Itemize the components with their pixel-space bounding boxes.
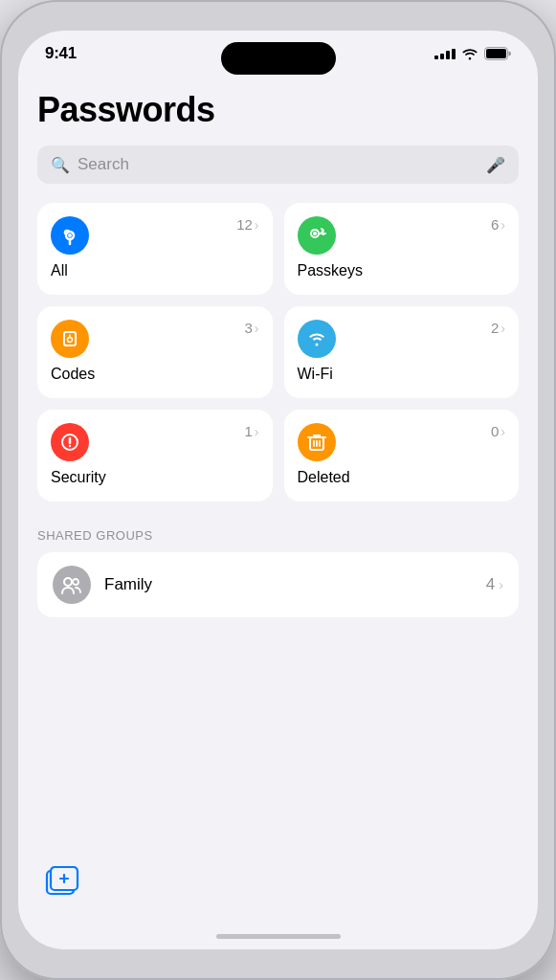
- all-icon: [51, 216, 89, 255]
- family-chevron: ›: [499, 577, 503, 592]
- search-bar[interactable]: 🔍 Search 🎤: [37, 145, 519, 184]
- codes-icon: [51, 320, 89, 358]
- page-title: Passwords: [37, 90, 519, 130]
- svg-point-20: [73, 579, 78, 585]
- svg-point-19: [64, 578, 72, 586]
- category-card-deleted[interactable]: 0 › Deleted: [284, 410, 520, 501]
- codes-count: 3: [244, 320, 252, 336]
- main-content: Passwords 🔍 Search 🎤: [18, 71, 538, 846]
- battery-icon: [484, 47, 511, 60]
- search-icon: 🔍: [51, 156, 70, 174]
- all-label: All: [51, 262, 259, 279]
- passkeys-icon: [298, 216, 336, 255]
- wifi-label: Wi-Fi: [298, 366, 506, 383]
- add-password-button[interactable]: [41, 861, 83, 903]
- passkeys-count: 6: [491, 216, 499, 233]
- svg-point-13: [69, 445, 71, 447]
- deleted-icon: [298, 423, 336, 461]
- phone-frame: 9:41: [0, 0, 556, 980]
- category-card-codes[interactable]: 3 › Codes: [37, 306, 273, 398]
- family-group-row[interactable]: Family 4 ›: [37, 552, 519, 617]
- shared-groups-section: SHARED GROUPS Family 4 ›: [37, 528, 519, 617]
- home-indicator: [18, 923, 538, 949]
- svg-rect-1: [486, 49, 506, 58]
- bottom-toolbar: [18, 846, 538, 923]
- deleted-label: Deleted: [298, 469, 506, 486]
- shared-groups-label: SHARED GROUPS: [37, 528, 519, 543]
- passkeys-label: Passkeys: [298, 262, 506, 279]
- category-card-wifi[interactable]: 2 › Wi-Fi: [284, 306, 520, 398]
- security-icon: [51, 423, 89, 461]
- category-card-all[interactable]: 12 › All: [37, 203, 273, 295]
- dynamic-island: [221, 42, 336, 75]
- phone-screen: 9:41: [18, 31, 538, 949]
- status-time: 9:41: [45, 44, 77, 63]
- security-label: Security: [51, 469, 259, 486]
- svg-rect-8: [64, 332, 76, 345]
- security-count: 1: [244, 423, 252, 439]
- family-count: 4: [486, 575, 495, 594]
- codes-label: Codes: [51, 366, 259, 383]
- deleted-count: 0: [491, 423, 499, 439]
- wifi-count: 2: [491, 320, 499, 336]
- signal-icon: [434, 49, 456, 59]
- svg-point-6: [313, 232, 317, 235]
- search-placeholder: Search: [78, 155, 478, 174]
- svg-point-4: [68, 234, 72, 237]
- category-card-passkeys[interactable]: 6 › Passkeys: [284, 203, 520, 295]
- all-count: 12: [236, 216, 253, 233]
- wifi-category-icon: [298, 320, 336, 358]
- family-icon: [53, 566, 91, 604]
- status-icons: [434, 47, 511, 60]
- mic-icon[interactable]: 🎤: [486, 156, 505, 174]
- category-card-security[interactable]: 1 › Security: [37, 410, 273, 501]
- family-label: Family: [104, 575, 486, 594]
- categories-grid: 12 › All: [37, 203, 519, 501]
- wifi-icon: [461, 47, 478, 60]
